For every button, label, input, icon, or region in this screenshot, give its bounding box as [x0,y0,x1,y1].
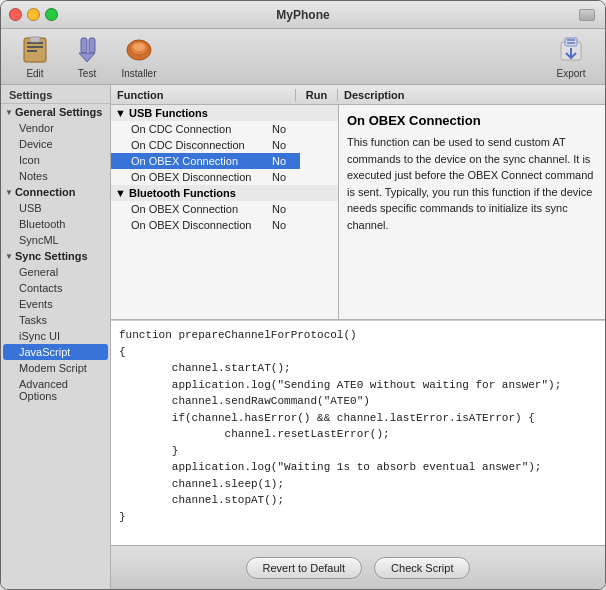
sidebar-item-syncml[interactable]: SyncML [1,232,110,248]
func-cdc-conn-label: On CDC Connection [111,121,258,137]
sidebar-item-events[interactable]: Events [1,296,110,312]
svg-rect-6 [89,38,95,53]
test-icon [71,34,103,66]
expand-button[interactable] [579,9,595,21]
toolbar-edit[interactable]: Edit [9,30,61,83]
edit-label: Edit [26,68,43,79]
top-panels: ▼ USB Functions On CDC Connection No On … [111,105,605,320]
sidebar-item-device[interactable]: Device [1,136,110,152]
toolbar-installer[interactable]: Installer [113,30,165,83]
func-row-cdc-disconn[interactable]: On CDC Disconnection No [111,137,338,153]
func-bt-obex-disconn-run: No [258,217,300,233]
func-row-obex-disconn[interactable]: On OBEX Disconnection No [111,169,338,185]
triangle-usb: ▼ [115,107,129,119]
table-header: Function Run Description [111,85,605,105]
svg-rect-12 [567,39,575,41]
func-group-bt[interactable]: ▼ Bluetooth Functions [111,185,338,201]
triangle-bt: ▼ [115,187,129,199]
svg-rect-3 [27,50,37,52]
func-cdc-disconn-label: On CDC Disconnection [111,137,258,153]
revert-button[interactable]: Revert to Default [246,557,363,579]
func-row-bt-obex-conn[interactable]: On OBEX Connection No [111,201,338,217]
col-header-function: Function [111,89,296,101]
main-window: MyPhone Edit [0,0,606,590]
export-label: Export [557,68,586,79]
func-cdc-disconn-run: No [258,137,300,153]
toolbar-test[interactable]: Test [61,30,113,83]
check-script-button[interactable]: Check Script [374,557,470,579]
func-bt-obex-disconn-label: On OBEX Disconnection [111,217,258,233]
sidebar-item-contacts[interactable]: Contacts [1,280,110,296]
func-row-obex-conn[interactable]: On OBEX Connection No [111,153,338,169]
code-area: function prepareChannelForProtocol() { c… [111,320,605,545]
sidebar-item-javascript[interactable]: JavaScript [3,344,108,360]
right-panel: Function Run Description ▼ USB Functions… [111,85,605,589]
toolbar-export[interactable]: Export [545,30,597,83]
sidebar-item-notes[interactable]: Notes [1,168,110,184]
svg-rect-13 [567,42,575,44]
usb-group-label: ▼ USB Functions [111,105,258,121]
func-obex-conn-label: On OBEX Connection [111,153,258,169]
sidebar-group-general[interactable]: ▼ General Settings [1,104,110,120]
function-list: ▼ USB Functions On CDC Connection No On … [111,105,339,319]
test-label: Test [78,68,96,79]
minimize-button[interactable] [27,8,40,21]
func-group-usb[interactable]: ▼ USB Functions [111,105,338,121]
description-text: This function can be used to send custom… [347,134,597,233]
sidebar-item-usb[interactable]: USB [1,200,110,216]
col-header-description: Description [338,89,605,101]
sidebar-item-advanced[interactable]: Advanced Options [1,376,110,404]
sidebar-item-general[interactable]: General [1,264,110,280]
close-button[interactable] [9,8,22,21]
func-obex-disconn-run: No [258,169,300,185]
sidebar: Settings ▼ General Settings Vendor Devic… [1,85,111,589]
col-header-run: Run [296,89,338,101]
maximize-button[interactable] [45,8,58,21]
func-obex-disconn-label: On OBEX Disconnection [111,169,258,185]
installer-label: Installer [121,68,156,79]
func-bt-obex-conn-run: No [258,201,300,217]
installer-icon [123,34,155,66]
func-obex-conn-run: No [258,153,300,169]
func-bt-obex-conn-label: On OBEX Connection [111,201,258,217]
triangle-connection: ▼ [5,188,13,197]
sidebar-item-modem[interactable]: Modem Script [1,360,110,376]
code-editor[interactable]: function prepareChannelForProtocol() { c… [111,321,605,545]
main-content: Settings ▼ General Settings Vendor Devic… [1,85,605,589]
func-row-bt-obex-disconn[interactable]: On OBEX Disconnection No [111,217,338,233]
bottom-bar: Revert to Default Check Script [111,545,605,589]
bt-group-label: ▼ Bluetooth Functions [111,185,258,201]
sidebar-group-connection-label: Connection [15,186,76,198]
sidebar-item-tasks[interactable]: Tasks [1,312,110,328]
description-title: On OBEX Connection [347,113,597,128]
description-panel: On OBEX Connection This function can be … [339,105,605,319]
svg-rect-2 [27,46,43,48]
sidebar-group-connection[interactable]: ▼ Connection [1,184,110,200]
sidebar-item-isyncu[interactable]: iSync UI [1,328,110,344]
func-row-cdc-conn[interactable]: On CDC Connection No [111,121,338,137]
sidebar-item-icon[interactable]: Icon [1,152,110,168]
sidebar-group-sync-label: Sync Settings [15,250,88,262]
svg-point-9 [133,43,145,51]
svg-rect-4 [30,37,40,42]
func-cdc-conn-run: No [258,121,300,137]
window-title: MyPhone [276,8,329,22]
sidebar-item-bluetooth[interactable]: Bluetooth [1,216,110,232]
sidebar-group-sync[interactable]: ▼ Sync Settings [1,248,110,264]
sidebar-header: Settings [1,85,110,104]
titlebar: MyPhone [1,1,605,29]
sidebar-item-vendor[interactable]: Vendor [1,120,110,136]
toolbar: Edit Test Installer [1,29,605,85]
window-controls [9,8,58,21]
edit-icon [19,34,51,66]
triangle-sync: ▼ [5,252,13,261]
triangle-general: ▼ [5,108,13,117]
sidebar-group-general-label: General Settings [15,106,102,118]
svg-rect-5 [81,38,87,53]
export-icon [555,34,587,66]
